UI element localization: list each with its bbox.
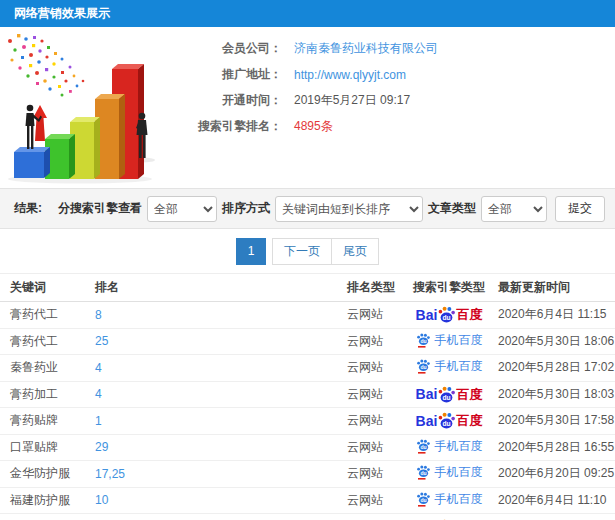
baidu-pc-logo: Bai du 百度 [416,385,483,404]
cell-engine: Bai du 百度 [410,381,488,408]
next-page-button[interactable]: 下一页 [272,238,332,265]
cell-updated: 2020年5月30日 18:03 [488,381,615,408]
cell-updated: 2020年6月4日 11:10 [488,487,615,514]
cell-updated: 2020年5月28日 16:55 [488,434,615,461]
field-open-time: 开通时间： 2019年5月27日 09:17 [178,92,615,109]
cell-rank-type: 云网站 [337,381,410,408]
ranking-count-label: 搜索引擎排名： [178,118,282,135]
engine-filter-label: 分搜索引擎查看 [58,200,142,217]
svg-text:du: du [443,420,451,427]
baidu-mobile-label: 手机百度 [435,440,483,452]
filter-controls: 分搜索引擎查看 全部 排序方式 关键词由短到长排序 文章类型 全部 提交 [58,196,605,222]
baidu-mobile-paw-icon: du [416,491,431,507]
article-type-label: 文章类型 [428,200,476,217]
field-ranking-count: 搜索引擎排名： 4895条 [178,118,615,135]
pagination: 1 下一页 尾页 [0,229,615,273]
promo-url-link[interactable]: http://www.qlyyjt.com [294,68,406,82]
cell-engine: du 手机百度 [410,487,488,514]
article-type-select[interactable]: 全部 [481,196,547,222]
table-row: 金华防护服 17,25 云网站 du 手机百度 2020年6月20日 09:25 [0,461,615,488]
rank-link[interactable]: 4 [95,361,102,375]
baidu-mobile-logo: du 手机百度 [416,438,483,454]
col-keyword: 关键词 [0,274,85,302]
table-row: Bai du 百度 [0,514,615,520]
cell-updated: 2020年5月28日 17:02 [488,355,615,382]
engine-filter-select[interactable]: 全部 [147,196,217,222]
table-body: 膏药代工 8 云网站 Bai du 百度 2020年6月4日 11:15 膏药代… [0,302,615,520]
baidu-mobile-label: 手机百度 [435,334,483,346]
table-row: 福建防护服 10 云网站 du 手机百度 2020年6月4日 11:10 [0,487,615,514]
baidu-logo-cn-text: 百度 [456,308,482,321]
open-time-value: 2019年5月27日 09:17 [294,92,410,109]
cell-engine: du 手机百度 [410,461,488,488]
svg-text:du: du [420,364,426,370]
baidu-mobile-paw-icon: du [416,358,431,374]
bar-blue-cube [14,147,50,178]
open-time-label: 开通时间： [178,92,282,109]
cell-rank-type: 云网站 [337,328,410,355]
last-page-button[interactable]: 尾页 [332,238,379,265]
company-link[interactable]: 济南秦鲁药业科技有限公司 [294,40,438,57]
baidu-mobile-logo: du 手机百度 [416,358,483,374]
sort-filter-select[interactable]: 关键词由短到长排序 [275,196,423,222]
cell-rank-type [337,514,410,520]
cell-keyword: 口罩贴牌 [0,434,85,461]
baidu-mobile-label: 手机百度 [435,493,483,505]
rank-link[interactable]: 8 [95,308,102,322]
rank-link[interactable]: 1 [95,414,102,428]
baidu-logo-bai-text: Bai [416,308,438,322]
window-title-bar: 网络营销效果展示 [0,0,615,27]
table-row: 膏药加工 4 云网站 Bai du 百度 2020年5月30日 18:03 [0,381,615,408]
svg-text:du: du [420,338,426,344]
member-info-section: 会员公司： 济南秦鲁药业科技有限公司 推广地址： http://www.qlyy… [0,27,615,188]
baidu-logo-cn-text: 百度 [456,414,482,427]
cell-keyword: 福建防护服 [0,487,85,514]
table-row: 膏药代工 8 云网站 Bai du 百度 2020年6月4日 11:15 [0,302,615,329]
baidu-pc-logo: Bai du 百度 [416,411,483,430]
cell-rank-type: 云网站 [337,461,410,488]
cell-keyword: 膏药加工 [0,381,85,408]
table-row: 膏药代工 25 云网站 du 手机百度 2020年5月30日 18:06 [0,328,615,355]
col-updated: 最新更新时间 [488,274,615,302]
baidu-mobile-paw-icon: du [416,464,431,480]
svg-text:du: du [443,394,451,401]
page-button-group: 下一页 尾页 [272,238,379,265]
svg-text:du: du [443,314,451,321]
rank-link[interactable]: 17,25 [95,467,125,481]
growth-arrow-icon [33,105,47,141]
baidu-paw-icon: du [437,385,456,404]
keyword-ranking-table: 关键词 排名 排名类型 搜索引擎类型 最新更新时间 膏药代工 8 云网站 Bai… [0,273,615,520]
submit-button[interactable]: 提交 [555,196,605,222]
cell-keyword: 秦鲁药业 [0,355,85,382]
cell-updated: 2020年5月30日 17:58 [488,408,615,435]
baidu-mobile-logo: du 手机百度 [416,491,483,507]
confetti-decoration [8,34,84,97]
cell-updated: 2020年6月20日 09:25 [488,461,615,488]
cell-updated: 2020年6月4日 11:15 [488,302,615,329]
cell-engine: Bai du 百度 [410,302,488,329]
cell-engine: Bai du 百度 [410,514,488,520]
page-title: 网络营销效果展示 [14,6,110,20]
svg-text:du: du [420,444,426,450]
field-url: 推广地址： http://www.qlyyjt.com [178,66,615,83]
ranking-count-value: 4895条 [294,118,333,135]
cell-rank-type: 云网站 [337,408,410,435]
cell-engine: du 手机百度 [410,328,488,355]
table-row: 口罩贴牌 29 云网站 du 手机百度 2020年5月28日 16:55 [0,434,615,461]
rank-link[interactable]: 10 [95,493,108,507]
company-label: 会员公司： [178,40,282,57]
baidu-mobile-logo: du 手机百度 [416,332,483,348]
result-label: 结果: [14,200,42,217]
rank-link[interactable]: 25 [95,334,108,348]
baidu-mobile-paw-icon: du [416,438,431,454]
cell-updated: 2020年5月30日 18:06 [488,328,615,355]
svg-text:du: du [420,497,426,503]
baidu-pc-logo: Bai du 百度 [416,305,483,324]
page-current-button[interactable]: 1 [236,238,266,265]
cell-keyword: 膏药贴牌 [0,408,85,435]
rank-link[interactable]: 29 [95,440,108,454]
col-rank: 排名 [85,274,337,302]
cell-keyword: 金华防护服 [0,461,85,488]
cell-keyword [0,514,85,520]
rank-link[interactable]: 4 [95,387,102,401]
